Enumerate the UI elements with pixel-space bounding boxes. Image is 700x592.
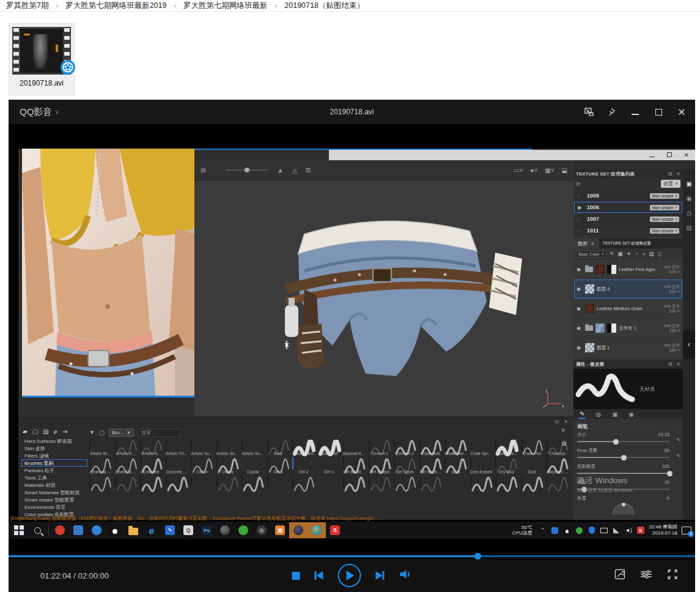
brush-item[interactable]: Artistic H… <box>115 440 138 456</box>
brush-thumbnail[interactable] <box>419 457 421 469</box>
brush-item[interactable] <box>166 476 188 487</box>
brush-thumbnail[interactable] <box>495 457 496 469</box>
shader-select[interactable]: Main shader ˅ <box>650 216 679 222</box>
brush-item[interactable] <box>216 476 239 487</box>
ie-browser-icon[interactable]: e <box>142 522 161 538</box>
brush-thumbnail[interactable] <box>343 439 344 451</box>
visibility-icon[interactable]: ◉ <box>577 325 583 331</box>
shelf-export-icon[interactable]: ⇥ <box>62 428 67 435</box>
shader-settings-icon[interactable]: ◉ <box>687 195 692 202</box>
close-tab-icon[interactable]: ✕ <box>591 241 595 246</box>
brush-item[interactable] <box>191 476 213 487</box>
brush-item[interactable]: Chalk Spr… <box>470 440 493 456</box>
camera-view-icon[interactable]: ▦˅ <box>545 167 554 174</box>
tray-s-icon[interactable]: S <box>636 526 645 535</box>
brush-thumbnail[interactable] <box>394 457 395 469</box>
tray-qq-icon[interactable] <box>563 526 572 535</box>
paint-tool-icon[interactable]: ✎ <box>610 251 614 257</box>
trash-icon[interactable]: ▯ <box>658 251 661 257</box>
display-settings-icon[interactable]: ▣ <box>686 180 691 187</box>
brush-thumbnail[interactable] <box>191 476 192 487</box>
visibility-icon[interactable]: ○ <box>577 228 583 234</box>
brush-item[interactable]: Dots Erased <box>470 458 493 475</box>
layer-row[interactable]: ◉ Leather Fine Aged nrm 正常 100 ˅ <box>574 260 682 279</box>
brush-thumbnail[interactable] <box>318 457 319 469</box>
ps-app-icon[interactable]: Ps <box>197 522 216 538</box>
tray-shield-icon[interactable] <box>588 526 596 535</box>
brush-thumbnail[interactable] <box>292 457 293 469</box>
brush-item[interactable] <box>318 476 341 487</box>
brush-thumbnail[interactable] <box>369 439 370 451</box>
channel-select[interactable]: Base Color˅ <box>576 251 606 257</box>
slider-knob[interactable] <box>581 487 587 492</box>
brush-item[interactable]: Concrete <box>140 458 163 475</box>
shelf-category[interactable]: Brushes 笔刷 <box>21 459 87 467</box>
brush-thumbnail[interactable] <box>267 439 268 451</box>
tray-expand-icon[interactable]: ⌃ <box>539 526 547 535</box>
toolbox-icon[interactable] <box>614 569 625 582</box>
layer-opacity[interactable]: 100 ˅ <box>658 309 680 314</box>
tab-layers[interactable]: 图层✕ <box>573 239 599 248</box>
layer-row[interactable]: ◉ 文件夹 1 nrm 正常 100 ˅ <box>574 319 682 338</box>
brush-slider[interactable]: 大小 19.33 ✎ <box>573 431 683 447</box>
video-frame[interactable]: ✕ ⊞ · ▲ ◬ ⧉ ▭˅●˅▦˅⬓ 材质˅ <box>9 124 695 552</box>
float-panel-icon[interactable]: ⊡ <box>668 361 672 367</box>
pen-pressure-icon[interactable]: ✎ <box>676 453 680 459</box>
refresh-icon[interactable]: ◯ <box>99 430 105 435</box>
play-icon[interactable] <box>337 564 361 587</box>
brush-thumbnail[interactable] <box>216 476 218 487</box>
projection-tool-icon[interactable]: ▣ <box>617 251 623 257</box>
brush-thumbnail[interactable] <box>546 439 547 451</box>
shelf-category[interactable]: Tools 工具 <box>21 474 87 481</box>
brush-slider[interactable]: Flow 流量 50 ✎ <box>573 447 683 463</box>
shelf-hide-icon[interactable]: ⌀ <box>54 428 57 435</box>
brush-thumbnail[interactable] <box>419 439 421 451</box>
brush-thumbnail[interactable] <box>394 439 395 451</box>
s-app-icon[interactable]: S <box>326 522 344 538</box>
brush-thumbnail[interactable] <box>546 457 547 469</box>
visibility-icon[interactable]: ○ <box>577 216 583 222</box>
visibility-icon[interactable]: ◉ <box>577 205 583 210</box>
shelf-category[interactable]: Environments 背景 <box>21 503 87 511</box>
maximize-icon[interactable] <box>654 107 663 117</box>
effect-icon[interactable]: ✦ <box>627 251 632 257</box>
stencil-tab-icon[interactable]: ▣ <box>611 410 619 418</box>
recorder-app-icon[interactable] <box>51 522 69 538</box>
brush-thumbnail[interactable] <box>241 457 243 469</box>
tray-input-icon[interactable] <box>612 526 621 535</box>
visibility-icon[interactable]: ◉ <box>577 306 583 311</box>
brush-item[interactable]: Dry Mud <box>495 458 518 475</box>
brush-item[interactable] <box>140 476 163 487</box>
brush-item[interactable]: Dirt 2 <box>292 458 315 475</box>
brush-thumbnail[interactable] <box>140 439 141 451</box>
brush-thumbnail[interactable] <box>521 439 522 451</box>
substance-app-icon[interactable] <box>289 522 308 538</box>
brush-item[interactable] <box>419 476 442 487</box>
texture-set-settings-icon[interactable]: ▤ <box>686 224 691 231</box>
shelf-category[interactable]: Hard Surfaces 硬表面 <box>21 437 87 445</box>
float-panel-icon[interactable]: ⊡ <box>555 419 559 424</box>
blend-mode[interactable]: nrm 正常 <box>658 343 680 348</box>
brush-thumbnail[interactable] <box>115 439 116 451</box>
brush-item[interactable] <box>89 476 112 487</box>
pin-icon[interactable] <box>607 107 617 117</box>
camera-app-icon[interactable] <box>216 522 234 538</box>
brush-thumbnail[interactable] <box>191 439 192 451</box>
brush-item[interactable]: Artistic So… <box>216 440 239 456</box>
taskbar-search-icon[interactable] <box>28 522 46 538</box>
start-button[interactable] <box>10 522 28 538</box>
brush-thumbnail[interactable] <box>166 457 167 469</box>
previous-icon[interactable] <box>314 571 323 580</box>
search-tool-icon[interactable]: Q <box>179 522 197 538</box>
brush-thumbnail[interactable] <box>470 457 471 469</box>
volume-icon[interactable] <box>399 569 412 582</box>
brush-thumbnail[interactable] <box>115 476 116 487</box>
shelf-category[interactable]: Particles 粒子 <box>21 467 87 474</box>
breadcrumb-item[interactable]: 罗其胜第7期 <box>6 1 48 11</box>
brush-item[interactable] <box>241 476 264 487</box>
collapse-panel-handle[interactable]: ‹ <box>683 330 695 358</box>
shelf-folder-icon[interactable]: ▰ <box>23 428 28 435</box>
shelf-category[interactable]: Filters 滤镜 <box>21 452 87 459</box>
painter-app-icon[interactable] <box>308 522 326 538</box>
brush-item[interactable] <box>470 476 493 487</box>
